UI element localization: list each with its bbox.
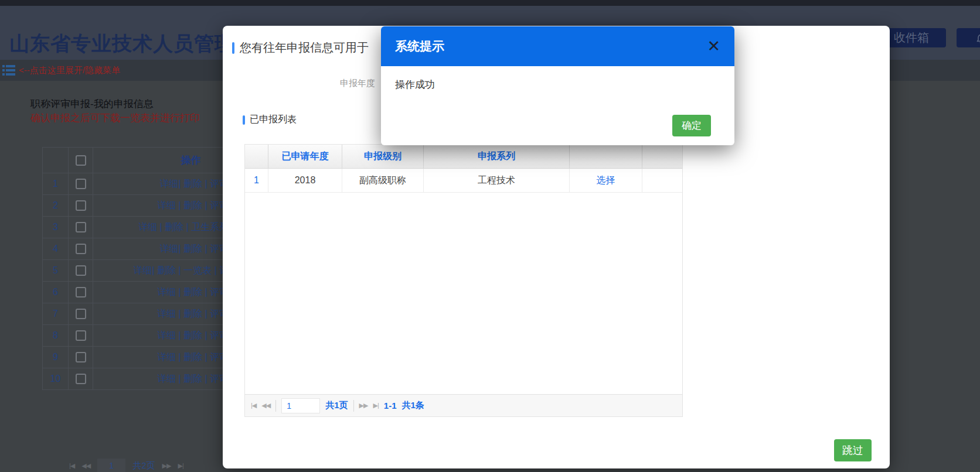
- header-declare-level[interactable]: 申报级别: [342, 145, 424, 168]
- bell-icon: [975, 32, 980, 44]
- row-index-link[interactable]: 1: [245, 169, 268, 192]
- header-action-cell: [570, 145, 642, 168]
- first-page-icon[interactable]: |◀: [69, 462, 74, 470]
- row-level: 副高级职称: [342, 169, 424, 192]
- declared-list-section-header: 已申报列表: [243, 114, 297, 126]
- declared-list-row: 1 2018 副高级职称 工程技术 选择: [245, 169, 682, 193]
- header-trailing-cell: [642, 145, 682, 168]
- system-prompt-dialog: 系统提示 ✕ 操作成功 确定: [381, 26, 734, 145]
- select-all-checkbox[interactable]: [76, 155, 86, 166]
- row-checkbox-cell: [69, 282, 93, 303]
- row-checkbox[interactable]: [76, 309, 86, 319]
- row-number-link[interactable]: 8: [43, 325, 69, 347]
- row-checkbox[interactable]: [76, 222, 86, 232]
- declare-year-label: 申报年度: [340, 78, 375, 89]
- warning-text: 确认申报之后可下载一览表并进行打印: [30, 111, 200, 125]
- row-checkbox-cell: [69, 347, 93, 368]
- row-checkbox-cell: [69, 303, 93, 325]
- row-checkbox-cell: [69, 260, 93, 282]
- row-checkbox[interactable]: [76, 287, 86, 297]
- declared-list-table: 已申请年度 申报级别 申报系列 1 2018 副高级职称 工程技术 选择 |◀ …: [244, 144, 683, 417]
- header-year-applied[interactable]: 已申请年度: [268, 145, 342, 168]
- modal-title-row: 您有往年申报信息可用于: [232, 40, 369, 56]
- menu-list-icon[interactable]: [2, 64, 15, 76]
- background-pagination: |◀ ◀◀ 1 共2页 ▶▶ ▶|: [69, 459, 183, 472]
- inbox-button-label: 收件箱: [894, 30, 929, 46]
- row-number-link[interactable]: 5: [43, 260, 69, 282]
- pagination-divider: [275, 400, 276, 412]
- row-checkbox[interactable]: [76, 244, 86, 254]
- header-declare-series[interactable]: 申报系列: [424, 145, 570, 168]
- header-index-cell: [43, 148, 69, 173]
- app-title: 山东省专业技术人员管理: [9, 30, 235, 57]
- last-page-icon[interactable]: ▶|: [373, 402, 379, 409]
- row-number-link[interactable]: 3: [43, 217, 69, 238]
- prev-page-icon[interactable]: ◀◀: [81, 462, 90, 470]
- total-pages-label: 共1页: [325, 400, 348, 411]
- row-checkbox[interactable]: [76, 179, 86, 189]
- row-year: 2018: [268, 169, 342, 192]
- declared-list-pagination: |◀ ◀◀ 共1页 ▶▶ ▶| 1-1 共1条: [245, 394, 682, 416]
- first-page-icon[interactable]: |◀: [251, 402, 256, 409]
- total-pages-label: 共2页: [132, 460, 155, 471]
- declared-list-table-header: 已申请年度 申报级别 申报系列: [245, 145, 682, 169]
- row-range-label: 1-1: [384, 401, 397, 411]
- header-checkbox-cell: [69, 148, 93, 173]
- total-rows-label: 共1条: [402, 400, 424, 411]
- row-checkbox[interactable]: [76, 374, 86, 384]
- last-page-icon[interactable]: ▶|: [178, 462, 183, 470]
- screen: 山东省专业技术人员管理 收件箱 返回 <--点击这里展开/隐藏菜单 职称评审申报…: [0, 0, 980, 472]
- row-checkbox-cell: [69, 238, 93, 260]
- next-page-icon[interactable]: ▶▶: [162, 462, 171, 470]
- row-checkbox[interactable]: [76, 352, 86, 362]
- row-checkbox-cell: [69, 195, 93, 217]
- row-checkbox-cell: [69, 368, 93, 390]
- next-page-icon[interactable]: ▶▶: [359, 402, 368, 409]
- dialog-title: 系统提示: [395, 38, 444, 54]
- row-checkbox[interactable]: [76, 330, 86, 341]
- row-number-link[interactable]: 1: [43, 173, 69, 195]
- row-checkbox-cell: [69, 217, 93, 238]
- row-select-link[interactable]: 选择: [570, 169, 642, 192]
- prev-page-icon[interactable]: ◀◀: [261, 402, 270, 409]
- page-number-input[interactable]: 1: [97, 459, 125, 472]
- row-number-link[interactable]: 2: [43, 195, 69, 217]
- blue-accent-bar: [232, 42, 234, 54]
- row-checkbox-cell: [69, 173, 93, 195]
- return-button[interactable]: 返回: [957, 28, 980, 47]
- blue-accent-bar: [243, 115, 245, 125]
- page-number-input[interactable]: [281, 398, 320, 413]
- top-strip: [0, 0, 980, 6]
- row-number-link[interactable]: 4: [43, 238, 69, 260]
- dialog-message: 操作成功: [395, 78, 435, 91]
- dialog-header: 系统提示 ✕: [381, 26, 734, 66]
- row-number-link[interactable]: 6: [43, 282, 69, 303]
- close-icon[interactable]: ✕: [707, 39, 720, 54]
- pagination-divider: [353, 400, 354, 412]
- page-title: 职称评审申报-我的申报信息: [30, 97, 154, 111]
- row-checkbox[interactable]: [76, 265, 86, 276]
- confirm-button[interactable]: 确定: [672, 115, 711, 136]
- declared-list-title: 已申报列表: [250, 114, 297, 126]
- skip-button[interactable]: 跳过: [834, 439, 872, 461]
- row-checkbox-cell: [69, 325, 93, 347]
- header-blank-cell: [245, 145, 268, 168]
- modal-title: 您有往年申报信息可用于: [240, 40, 369, 56]
- row-trailing-cell: [642, 169, 682, 192]
- row-series: 工程技术: [424, 169, 570, 192]
- row-number-link[interactable]: 10: [43, 368, 69, 390]
- menu-toggle-link[interactable]: <--点击这里展开/隐藏菜单: [19, 65, 120, 76]
- row-number-link[interactable]: 9: [43, 347, 69, 368]
- row-checkbox[interactable]: [76, 200, 86, 211]
- row-number-link[interactable]: 7: [43, 303, 69, 325]
